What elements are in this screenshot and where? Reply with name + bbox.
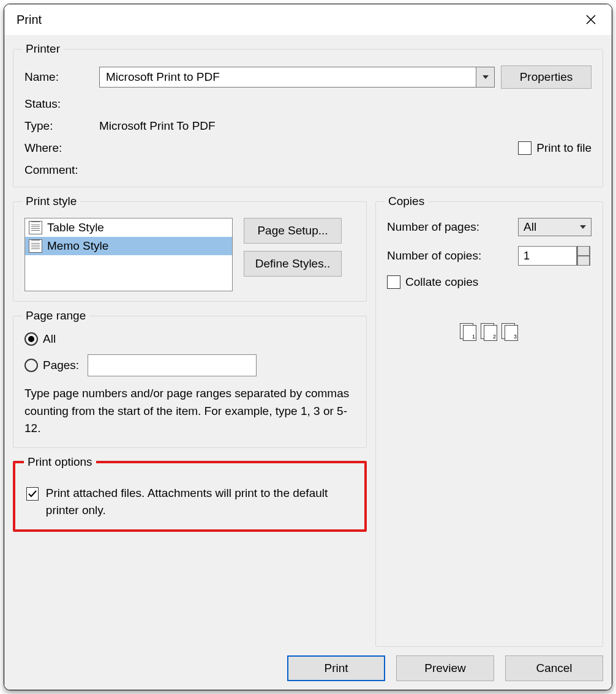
titlebar: Print [4, 4, 612, 35]
chevron-down-icon [483, 75, 489, 79]
printer-name-dropdown-button[interactable] [476, 67, 494, 87]
printer-name-value: Microsoft Print to PDF [100, 67, 476, 87]
status-label: Status: [24, 97, 93, 111]
page-range-all-row[interactable]: All [24, 332, 355, 346]
page-range-legend: Page range [22, 309, 89, 323]
printer-legend: Printer [22, 42, 64, 56]
style-item-memo[interactable]: Memo Style [25, 237, 232, 255]
page-range-pages-label: Pages: [43, 359, 79, 372]
num-pages-value: All [524, 220, 536, 234]
table-style-icon [29, 221, 42, 234]
collate-row[interactable]: Collate copies [387, 275, 592, 289]
page-range-all-label: All [43, 332, 56, 346]
copies-group: Copies Number of pages: All Number of co… [375, 195, 603, 647]
chevron-down-icon [580, 225, 586, 229]
name-label: Name: [24, 70, 93, 84]
comment-label: Comment: [24, 163, 93, 177]
triangle-up-icon [577, 246, 590, 256]
dialog-buttons: Print Preview Cancel [13, 655, 603, 681]
style-item-label: Memo Style [47, 239, 108, 253]
properties-button[interactable]: Properties [501, 65, 592, 89]
page-range-group: Page range All Pages: Type page numbers … [13, 309, 367, 448]
num-pages-label: Number of pages: [387, 220, 509, 234]
type-value: Microsoft Print To PDF [99, 119, 495, 133]
print-attached-files-checkbox[interactable] [26, 487, 39, 501]
print-options-legend: Print options [24, 455, 96, 469]
num-copies-label: Number of copies: [387, 249, 509, 263]
print-to-file-label: Print to file [536, 141, 592, 155]
print-style-list[interactable]: Table Style Memo Style [24, 218, 233, 291]
preview-button[interactable]: Preview [396, 655, 494, 681]
num-pages-select[interactable]: All [518, 218, 592, 236]
print-attached-files-label: Print attached files. Attachments will p… [46, 485, 353, 520]
cancel-button[interactable]: Cancel [505, 655, 603, 681]
num-copies-spinner[interactable] [518, 246, 592, 266]
where-label: Where: [24, 141, 93, 155]
dialog-title: Print [17, 13, 580, 27]
num-copies-input[interactable] [518, 246, 577, 266]
print-options-group: Print options Print attached files. Atta… [13, 455, 367, 532]
triangle-down-icon [577, 256, 590, 266]
collate-illustration: 11 22 33 [387, 323, 592, 340]
page-range-pages-input[interactable] [88, 354, 257, 376]
print-style-group: Print style Table Style Memo Style [13, 195, 367, 302]
print-to-file-wrap[interactable]: Print to file [518, 141, 592, 155]
print-button[interactable]: Print [287, 655, 385, 681]
type-label: Type: [24, 119, 93, 133]
page-range-pages-row[interactable]: Pages: [24, 354, 355, 376]
page-range-all-radio[interactable] [24, 332, 38, 346]
style-item-label: Table Style [47, 221, 104, 234]
printer-group: Printer Name: Microsoft Print to PDF Pro… [13, 42, 603, 187]
close-icon [585, 14, 596, 25]
page-range-note: Type page numbers and/or page ranges sep… [24, 385, 355, 438]
style-item-table[interactable]: Table Style [25, 218, 232, 237]
page-setup-button[interactable]: Page Setup... [244, 218, 342, 244]
print-attached-files-row[interactable]: Print attached files. Attachments will p… [26, 485, 353, 520]
print-to-file-checkbox[interactable] [518, 141, 531, 155]
spin-down-button[interactable] [577, 256, 590, 266]
spin-up-button[interactable] [577, 246, 590, 256]
collate-checkbox[interactable] [387, 275, 400, 289]
close-button[interactable] [580, 9, 602, 31]
print-dialog: Print Printer Name: Microsoft Print to P… [4, 4, 612, 690]
print-style-legend: Print style [22, 195, 80, 208]
memo-style-icon [29, 239, 42, 253]
copies-legend: Copies [385, 195, 428, 208]
printer-name-select[interactable]: Microsoft Print to PDF [99, 67, 495, 88]
page-range-pages-radio[interactable] [24, 359, 38, 372]
define-styles-button[interactable]: Define Styles.. [244, 251, 342, 277]
collate-label: Collate copies [405, 275, 478, 289]
